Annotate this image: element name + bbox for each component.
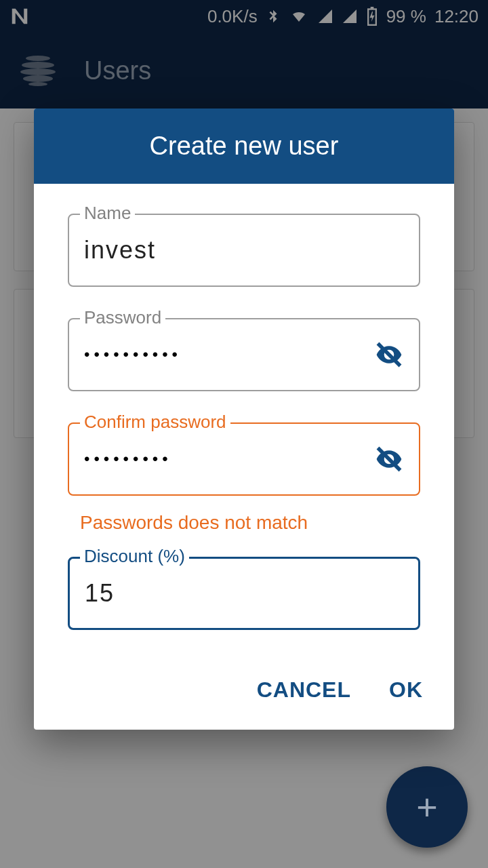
confirm-password-field[interactable]: Confirm password ••••••••• [68, 422, 420, 496]
discount-input[interactable]: 15 [85, 579, 403, 608]
discount-field[interactable]: Discount (%) 15 [68, 557, 420, 630]
add-user-fab[interactable]: + [386, 766, 468, 848]
confirm-password-input[interactable]: ••••••••• [84, 450, 366, 469]
plus-icon: + [416, 786, 438, 828]
name-field[interactable]: Name invest [68, 214, 420, 287]
name-label: Name [80, 203, 135, 224]
dialog-actions: CANCEL OK [34, 657, 454, 730]
password-field[interactable]: Password •••••••••• [68, 318, 420, 391]
create-user-dialog: Create new user Name invest Password •••… [34, 108, 454, 730]
discount-label: Discount (%) [80, 546, 189, 567]
confirm-password-label: Confirm password [80, 412, 230, 433]
visibility-off-icon[interactable] [374, 444, 404, 474]
visibility-off-icon[interactable] [374, 340, 404, 370]
ok-button[interactable]: OK [389, 677, 423, 703]
password-label: Password [80, 307, 165, 328]
cancel-button[interactable]: CANCEL [257, 677, 351, 703]
password-input[interactable]: •••••••••• [84, 345, 366, 364]
name-input[interactable]: invest [84, 236, 404, 264]
dialog-title: Create new user [34, 108, 454, 184]
